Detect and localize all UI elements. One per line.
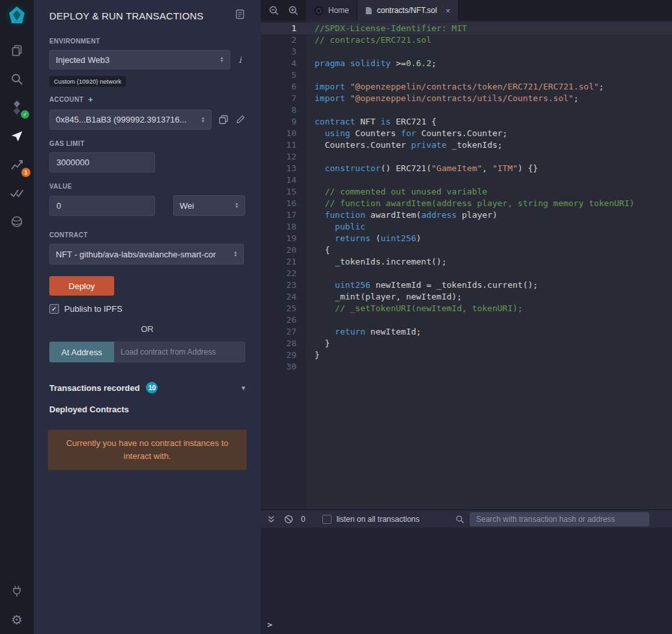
line-number[interactable]: 30: [261, 361, 306, 373]
code-line-28[interactable]: 28 }: [261, 338, 672, 349]
code-line-2[interactable]: 2// contracts/ERC721.sol: [261, 34, 672, 46]
line-text[interactable]: // _setTokenURI(newItemId, tokenURI);: [306, 303, 523, 314]
publish-ipfs-checkbox[interactable]: ✓: [49, 304, 59, 314]
line-text[interactable]: [306, 151, 315, 163]
line-text[interactable]: {: [306, 244, 330, 256]
environment-select[interactable]: Injected Web3 ▲▼: [49, 50, 230, 69]
value-input[interactable]: [49, 196, 155, 216]
code-line-17[interactable]: 17 function awardItem(address player): [261, 209, 672, 221]
line-text[interactable]: import "@openzeppelin/contracts/utils/Co…: [306, 93, 579, 104]
code-line-30[interactable]: 30: [261, 361, 672, 373]
terminal-search-input[interactable]: [470, 512, 649, 526]
line-number[interactable]: 9: [261, 116, 306, 128]
edit-account-icon[interactable]: [235, 115, 245, 124]
remix-logo[interactable]: [0, 0, 34, 30]
copy-account-icon[interactable]: [219, 115, 228, 124]
code-line-9[interactable]: 9contract NFT is ERC721 {: [261, 116, 672, 128]
line-text[interactable]: }: [306, 349, 320, 361]
code-line-29[interactable]: 29}: [261, 349, 672, 361]
line-number[interactable]: 23: [261, 279, 306, 291]
line-text[interactable]: [306, 104, 315, 116]
line-text[interactable]: [306, 174, 315, 186]
zoom-out-icon[interactable]: [269, 5, 279, 16]
code-line-10[interactable]: 10 using Counters for Counters.Counter;: [261, 128, 672, 139]
line-number[interactable]: 7: [261, 93, 306, 104]
line-number[interactable]: 21: [261, 256, 306, 268]
unit-testing-icon[interactable]: [0, 179, 34, 207]
terminal-search-icon[interactable]: [455, 515, 464, 524]
deploy-button[interactable]: Deploy: [49, 276, 114, 296]
line-number[interactable]: 15: [261, 186, 306, 198]
line-text[interactable]: // commented out unused variable: [306, 186, 487, 198]
code-line-27[interactable]: 27 return newItemId;: [261, 326, 672, 338]
line-text[interactable]: pragma solidity >=0.6.2;: [306, 58, 437, 69]
line-number[interactable]: 27: [261, 326, 306, 338]
code-line-11[interactable]: 11 Counters.Counter private _tokenIds;: [261, 139, 672, 151]
add-account-icon[interactable]: +: [88, 95, 93, 104]
at-address-button[interactable]: At Address: [49, 342, 114, 362]
line-number[interactable]: 16: [261, 198, 306, 209]
code-line-12[interactable]: 12: [261, 151, 672, 163]
line-number[interactable]: 29: [261, 349, 306, 361]
zoom-in-icon[interactable]: [288, 5, 298, 16]
gas-limit-input[interactable]: [49, 152, 155, 172]
code-line-18[interactable]: 18 public: [261, 221, 672, 233]
line-text[interactable]: [306, 314, 315, 326]
line-number[interactable]: 14: [261, 174, 306, 186]
code-line-4[interactable]: 4pragma solidity >=0.6.2;: [261, 58, 672, 69]
code-line-5[interactable]: 5: [261, 69, 672, 81]
chevron-down-icon[interactable]: ▾: [241, 384, 245, 392]
line-number[interactable]: 10: [261, 128, 306, 139]
line-text[interactable]: [306, 46, 315, 58]
line-number[interactable]: 25: [261, 303, 306, 314]
line-text[interactable]: contract NFT is ERC721 {: [306, 116, 437, 128]
line-number[interactable]: 2: [261, 34, 306, 46]
line-number[interactable]: 20: [261, 244, 306, 256]
code-line-26[interactable]: 26: [261, 314, 672, 326]
clear-console-icon[interactable]: [284, 515, 293, 524]
line-number[interactable]: 19: [261, 233, 306, 244]
line-text[interactable]: public: [306, 221, 365, 233]
line-text[interactable]: constructor() ERC721("GameItem", "ITM") …: [306, 163, 538, 174]
contract-select[interactable]: NFT - github/ava-labs/avalanche-smart-co…: [49, 244, 244, 264]
code-line-25[interactable]: 25 // _setTokenURI(newItemId, tokenURI);: [261, 303, 672, 314]
line-text[interactable]: _tokenIds.increment();: [306, 256, 447, 268]
code-editor[interactable]: 1//SPDX-License-Identifier: MIT2// contr…: [261, 21, 672, 510]
listen-all-transactions-checkbox[interactable]: [322, 515, 331, 524]
code-line-21[interactable]: 21 _tokenIds.increment();: [261, 256, 672, 268]
line-text[interactable]: [306, 69, 315, 81]
line-number[interactable]: 17: [261, 209, 306, 221]
code-line-20[interactable]: 20 {: [261, 244, 672, 256]
line-text[interactable]: _mint(player, newItemId);: [306, 291, 462, 303]
analytics-icon[interactable]: 1: [0, 150, 34, 179]
line-number[interactable]: 4: [261, 58, 306, 69]
line-number[interactable]: 28: [261, 338, 306, 349]
code-line-3[interactable]: 3: [261, 46, 672, 58]
line-text[interactable]: return newItemId;: [306, 326, 421, 338]
account-select[interactable]: 0x845...B1aB3 (999992.3913716... ▲▼: [49, 110, 211, 130]
line-text[interactable]: using Counters for Counters.Counter;: [306, 128, 507, 139]
code-line-24[interactable]: 24 _mint(player, newItemId);: [261, 291, 672, 303]
environment-info-icon[interactable]: i: [239, 55, 241, 65]
debugger-icon[interactable]: [0, 207, 34, 236]
line-text[interactable]: //SPDX-License-Identifier: MIT: [306, 23, 467, 34]
settings-icon[interactable]: ⚙: [0, 605, 34, 634]
code-line-8[interactable]: 8: [261, 104, 672, 116]
line-text[interactable]: }: [306, 338, 330, 349]
code-line-14[interactable]: 14: [261, 174, 672, 186]
solidity-compiler-icon[interactable]: ✓: [0, 93, 34, 122]
documentation-icon[interactable]: [235, 9, 245, 22]
collapse-terminal-icon[interactable]: [267, 515, 275, 524]
line-number[interactable]: 22: [261, 268, 306, 279]
line-text[interactable]: [306, 268, 315, 279]
line-number[interactable]: 11: [261, 139, 306, 151]
code-line-22[interactable]: 22: [261, 268, 672, 279]
line-text[interactable]: uint256 newItemId = _tokenIds.current();: [306, 279, 538, 291]
code-line-7[interactable]: 7import "@openzeppelin/contracts/utils/C…: [261, 93, 672, 104]
line-text[interactable]: [306, 361, 315, 373]
code-line-6[interactable]: 6import "@openzeppelin/contracts/token/E…: [261, 81, 672, 93]
line-text[interactable]: returns (uint256): [306, 233, 421, 244]
line-text[interactable]: function awardItem(address player): [306, 209, 498, 221]
line-text[interactable]: Counters.Counter private _tokenIds;: [306, 139, 503, 151]
terminal-output[interactable]: >: [261, 528, 672, 634]
